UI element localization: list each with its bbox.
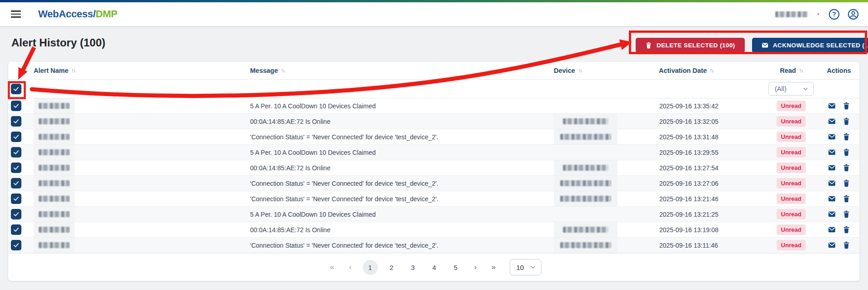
- first-page-button[interactable]: «: [326, 263, 338, 272]
- acknowledge-selected-button[interactable]: ACKNOWLEDGE SELECTED (100): [752, 38, 868, 53]
- delete-row-icon[interactable]: [843, 164, 850, 172]
- table-row: 00:0A:14:85:AE:72 Is Online2025-09-16 13…: [8, 160, 859, 176]
- bulk-actions-bar: DELETE SELECTED (100) ACKNOWLEDGE SELECT…: [632, 36, 864, 55]
- unread-badge: Unread: [777, 163, 806, 173]
- alert-name-redacted: [39, 242, 70, 248]
- envelope-icon: [762, 42, 768, 49]
- column-label: Activation Date: [659, 67, 707, 74]
- check-icon: [13, 180, 20, 187]
- previous-page-button[interactable]: ‹: [345, 263, 356, 272]
- column-label: Actions: [827, 67, 851, 74]
- column-header-read[interactable]: Read↑↓: [764, 67, 818, 74]
- device-name-redacted: [563, 165, 608, 171]
- acknowledge-row-icon[interactable]: [828, 226, 836, 234]
- column-label: Device: [554, 67, 575, 74]
- acknowledge-row-icon[interactable]: [828, 117, 836, 125]
- alert-message: 5 A Per. 10 A CoolDown 10 Devices Claime…: [242, 102, 548, 110]
- column-header-device[interactable]: Device↑↓: [548, 67, 652, 74]
- select-all-checkbox[interactable]: [11, 84, 21, 94]
- acknowledge-row-icon[interactable]: [828, 164, 836, 172]
- delete-row-icon[interactable]: [843, 148, 850, 156]
- last-page-button[interactable]: »: [488, 263, 500, 272]
- row-checkbox[interactable]: [11, 224, 21, 235]
- acknowledge-row-icon[interactable]: [828, 102, 836, 110]
- table-header-row: Alert Name↑↓Message↑↓Device↑↓Activation …: [8, 62, 859, 80]
- table-row: 'Connection Status' = 'Never Connected' …: [8, 238, 859, 253]
- help-icon[interactable]: [828, 9, 840, 20]
- column-label: Message: [250, 67, 278, 74]
- account-icon[interactable]: [848, 9, 859, 20]
- activation-date: 2025-09-16 13:31:48: [652, 133, 764, 141]
- column-header-message[interactable]: Message↑↓: [242, 67, 548, 74]
- unread-badge: Unread: [777, 240, 806, 250]
- acknowledge-row-icon[interactable]: [828, 148, 836, 156]
- page-size-dropdown[interactable]: 10: [510, 259, 542, 275]
- column-label: Alert Name: [34, 67, 69, 74]
- alert-name-redacted: [39, 103, 70, 109]
- page-button-3[interactable]: 3: [406, 260, 421, 275]
- row-checkbox[interactable]: [11, 178, 21, 188]
- device-name-redacted: [563, 118, 608, 124]
- page-button-1[interactable]: 1: [363, 260, 378, 275]
- row-checkbox[interactable]: [11, 240, 21, 250]
- delete-row-icon[interactable]: [843, 226, 850, 234]
- row-checkbox[interactable]: [11, 101, 21, 111]
- delete-row-icon[interactable]: [843, 133, 850, 141]
- unread-badge: Unread: [777, 193, 806, 204]
- row-checkbox[interactable]: [11, 163, 21, 173]
- acknowledge-row-icon[interactable]: [828, 179, 836, 187]
- activation-date: 2025-09-16 13:21:46: [652, 195, 764, 203]
- delete-row-icon[interactable]: [843, 241, 850, 249]
- acknowledge-row-icon[interactable]: [828, 195, 836, 203]
- acknowledge-row-icon[interactable]: [828, 210, 836, 218]
- column-header-activation-date[interactable]: Activation Date↑↓: [652, 67, 764, 74]
- page-size-value: 10: [517, 264, 524, 271]
- activation-date: 2025-09-16 13:27:06: [652, 180, 764, 187]
- acknowledge-row-icon[interactable]: [828, 241, 836, 249]
- next-page-button[interactable]: ›: [470, 263, 482, 272]
- sort-icon[interactable]: ↑↓: [71, 67, 75, 74]
- check-icon: [13, 242, 20, 249]
- row-checkbox[interactable]: [11, 193, 21, 204]
- table-row: 00:0A:14:85:AE:72 Is Online2025-09-16 13…: [8, 114, 859, 129]
- row-checkbox[interactable]: [11, 147, 21, 158]
- alert-message: 'Connection Status' = 'Never Connected' …: [242, 242, 548, 249]
- sort-icon[interactable]: ↑↓: [799, 67, 803, 74]
- delete-row-icon[interactable]: [843, 210, 850, 218]
- activation-date: 2025-09-16 13:21:25: [652, 211, 764, 218]
- row-checkbox[interactable]: [11, 209, 21, 219]
- table-row: 5 A Per. 10 A CoolDown 10 Devices Claime…: [8, 207, 859, 222]
- chevron-down-icon: [529, 264, 537, 271]
- page-button-4[interactable]: 4: [427, 260, 442, 275]
- alert-name-redacted: [39, 149, 70, 155]
- sort-icon[interactable]: ↑↓: [578, 67, 582, 74]
- table-row: 5 A Per. 10 A CoolDown 10 Devices Claime…: [8, 98, 859, 114]
- sort-icon[interactable]: ↑↓: [710, 67, 713, 74]
- activation-date: 2025-09-16 13:19:08: [652, 226, 764, 234]
- acknowledge-row-icon[interactable]: [828, 133, 836, 141]
- activation-date: 2025-09-16 13:35:42: [652, 102, 764, 110]
- column-header-alert-name[interactable]: Alert Name↑↓: [28, 67, 242, 74]
- page-title: Alert History (100): [11, 36, 105, 49]
- alert-name-redacted: [39, 165, 70, 171]
- read-filter-dropdown[interactable]: (All): [768, 82, 814, 96]
- row-checkbox[interactable]: [11, 116, 21, 127]
- delete-row-icon[interactable]: [843, 195, 850, 203]
- page-button-5[interactable]: 5: [448, 260, 463, 275]
- delete-selected-button[interactable]: DELETE SELECTED (100): [636, 38, 745, 53]
- alert-message: 00:0A:14:85:AE:72 Is Online: [242, 164, 548, 172]
- alert-message: 00:0A:14:85:AE:72 Is Online: [242, 118, 548, 125]
- activation-date: 2025-09-16 13:27:54: [652, 164, 764, 172]
- device-name-redacted: [563, 227, 608, 233]
- check-icon: [13, 133, 20, 140]
- delete-row-icon[interactable]: [843, 102, 850, 110]
- hamburger-menu-icon[interactable]: [11, 10, 21, 18]
- delete-row-icon[interactable]: [843, 179, 850, 187]
- page-button-2[interactable]: 2: [384, 260, 399, 275]
- delete-row-icon[interactable]: [843, 117, 850, 125]
- unread-badge: Unread: [777, 132, 806, 142]
- sort-icon[interactable]: ↑↓: [281, 67, 284, 74]
- account-caret-down-icon[interactable]: [816, 12, 821, 16]
- alert-history-table: Alert Name↑↓Message↑↓Device↑↓Activation …: [8, 62, 859, 281]
- row-checkbox[interactable]: [11, 132, 21, 142]
